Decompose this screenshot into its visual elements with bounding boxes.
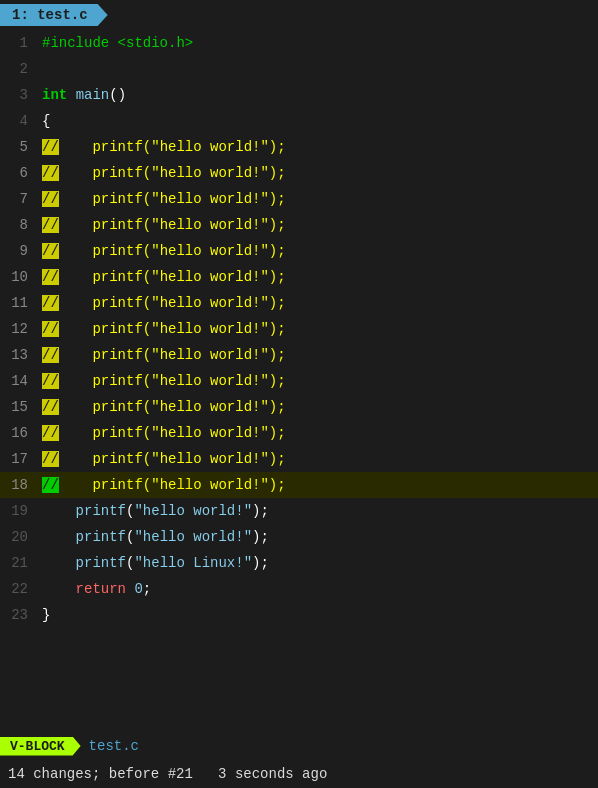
code-line-22: 22 return 0; [0,576,598,602]
editor-container: 1: test.c 1 #include <stdio.h> 2 3 int m… [0,0,598,788]
time-info: 3 [218,766,226,782]
code-line-11: 11 // printf("hello world!"); [0,290,598,316]
code-line-5: 5 // printf("hello world!"); [0,134,598,160]
code-line-14: 14 // printf("hello world!"); [0,368,598,394]
info-text: 14 changes; before #21 3 seconds ago [8,766,327,782]
code-line-4: 4 { [0,108,598,134]
mode-badge: V-BLOCK [0,737,81,756]
code-line-8: 8 // printf("hello world!"); [0,212,598,238]
seconds-label: seconds ago [235,766,327,782]
code-line-15: 15 // printf("hello world!"); [0,394,598,420]
code-line-16: 16 // printf("hello world!"); [0,420,598,446]
code-line-23: 23 } [0,602,598,628]
changes-info: 14 changes; before #21 [8,766,193,782]
code-line-17: 17 // printf("hello world!"); [0,446,598,472]
code-line-7: 7 // printf("hello world!"); [0,186,598,212]
status-filename: test.c [89,738,139,754]
code-line-13: 13 // printf("hello world!"); [0,342,598,368]
code-line-20: 20 printf("hello world!"); [0,524,598,550]
code-line-6: 6 // printf("hello world!"); [0,160,598,186]
code-line-18: 18 // printf("hello world!"); [0,472,598,498]
code-line-2: 2 [0,56,598,82]
code-area: 1 #include <stdio.h> 2 3 int main() 4 { … [0,30,598,732]
title-bar: 1: test.c [0,0,598,30]
status-line: V-BLOCK test.c [0,732,598,760]
code-line-1: 1 #include <stdio.h> [0,30,598,56]
editor-tab[interactable]: 1: test.c [0,4,108,26]
code-line-10: 10 // printf("hello world!"); [0,264,598,290]
code-line-21: 21 printf("hello Linux!"); [0,550,598,576]
code-line-9: 9 // printf("hello world!"); [0,238,598,264]
code-line-19: 19 printf("hello world!"); [0,498,598,524]
code-line-12: 12 // printf("hello world!"); [0,316,598,342]
code-line-3: 3 int main() [0,82,598,108]
info-bar: 14 changes; before #21 3 seconds ago [0,760,598,788]
